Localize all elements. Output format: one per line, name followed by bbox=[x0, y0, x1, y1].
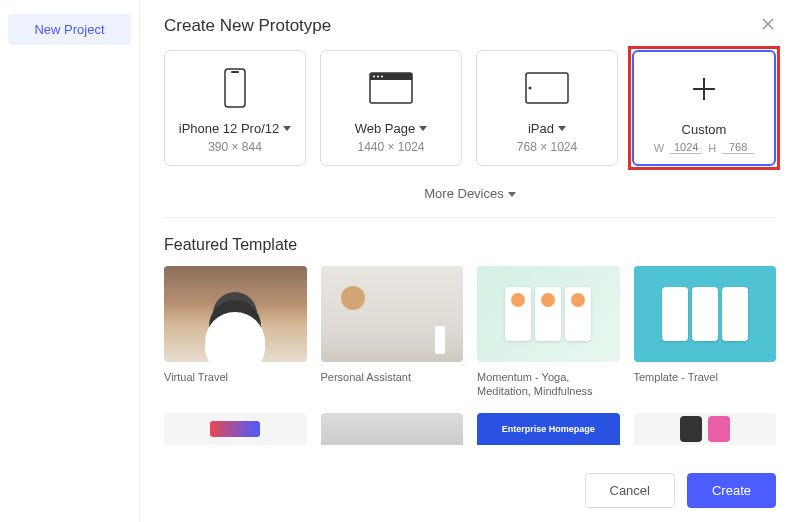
chevron-down-icon bbox=[558, 126, 566, 131]
new-project-button[interactable]: New Project bbox=[8, 14, 131, 45]
tablet-icon bbox=[525, 65, 569, 111]
page-title: Create New Prototype bbox=[164, 16, 331, 36]
template-card[interactable]: Virtual Travel bbox=[164, 266, 307, 399]
browser-icon bbox=[369, 65, 413, 111]
device-label: Custom bbox=[682, 122, 727, 137]
template-thumbnail bbox=[164, 266, 307, 362]
chevron-down-icon bbox=[283, 126, 291, 131]
template-card[interactable]: Personal Assistant bbox=[321, 266, 464, 399]
template-name: Template - Travel bbox=[634, 370, 777, 384]
template-thumbnail[interactable] bbox=[634, 413, 777, 445]
plus-icon bbox=[689, 66, 719, 112]
height-prefix: H bbox=[708, 142, 716, 154]
template-name: Virtual Travel bbox=[164, 370, 307, 384]
template-thumbnail bbox=[634, 266, 777, 362]
device-card-web[interactable]: Web Page 1440 × 1024 bbox=[320, 50, 462, 166]
device-grid: iPhone 12 Pro/12 390 × 844 Web Page 1440… bbox=[164, 50, 776, 166]
device-label: Web Page bbox=[355, 121, 415, 136]
chevron-down-icon bbox=[508, 192, 516, 197]
footer: Cancel Create bbox=[140, 459, 800, 522]
template-thumbnail[interactable] bbox=[321, 413, 464, 445]
template-name: Personal Assistant bbox=[321, 370, 464, 384]
template-thumbnail[interactable] bbox=[164, 413, 307, 445]
template-thumbnail[interactable]: Enterprise Homepage bbox=[477, 413, 620, 445]
svg-point-5 bbox=[377, 76, 379, 78]
width-prefix: W bbox=[654, 142, 664, 154]
custom-height-input[interactable]: 768 bbox=[722, 141, 754, 154]
featured-title: Featured Template bbox=[164, 236, 776, 254]
svg-point-8 bbox=[529, 87, 532, 90]
more-devices-button[interactable]: More Devices bbox=[164, 178, 776, 218]
close-button[interactable] bbox=[760, 16, 776, 36]
template-card[interactable]: Template - Travel bbox=[634, 266, 777, 399]
chevron-down-icon bbox=[419, 126, 427, 131]
create-button[interactable]: Create bbox=[687, 473, 776, 508]
svg-point-4 bbox=[373, 76, 375, 78]
device-label: iPhone 12 Pro/12 bbox=[179, 121, 279, 136]
template-card[interactable]: Momentum - Yoga, Meditation, Mindfulness bbox=[477, 266, 620, 399]
svg-rect-1 bbox=[231, 71, 239, 73]
svg-point-6 bbox=[381, 76, 383, 78]
close-icon bbox=[760, 16, 776, 32]
device-card-custom[interactable]: Custom W 1024 H 768 bbox=[632, 50, 776, 166]
cancel-button[interactable]: Cancel bbox=[585, 473, 675, 508]
template-thumbnail bbox=[321, 266, 464, 362]
custom-width-input[interactable]: 1024 bbox=[670, 141, 702, 154]
template-grid-row2: Enterprise Homepage bbox=[164, 413, 776, 445]
device-dims: 390 × 844 bbox=[208, 140, 262, 154]
svg-rect-3 bbox=[370, 73, 412, 80]
template-name: Momentum - Yoga, Meditation, Mindfulness bbox=[477, 370, 620, 399]
svg-rect-7 bbox=[526, 73, 568, 103]
device-card-iphone[interactable]: iPhone 12 Pro/12 390 × 844 bbox=[164, 50, 306, 166]
device-dims: 768 × 1024 bbox=[517, 140, 577, 154]
device-dims: 1440 × 1024 bbox=[357, 140, 424, 154]
device-label: iPad bbox=[528, 121, 554, 136]
device-card-ipad[interactable]: iPad 768 × 1024 bbox=[476, 50, 618, 166]
main-panel: Create New Prototype iPhone 12 Pro/12 39… bbox=[140, 0, 800, 522]
sidebar: New Project bbox=[0, 0, 140, 522]
template-thumbnail bbox=[477, 266, 620, 362]
svg-rect-0 bbox=[225, 69, 245, 107]
template-grid: Virtual Travel Personal Assistant Moment… bbox=[164, 266, 776, 399]
phone-icon bbox=[224, 65, 246, 111]
